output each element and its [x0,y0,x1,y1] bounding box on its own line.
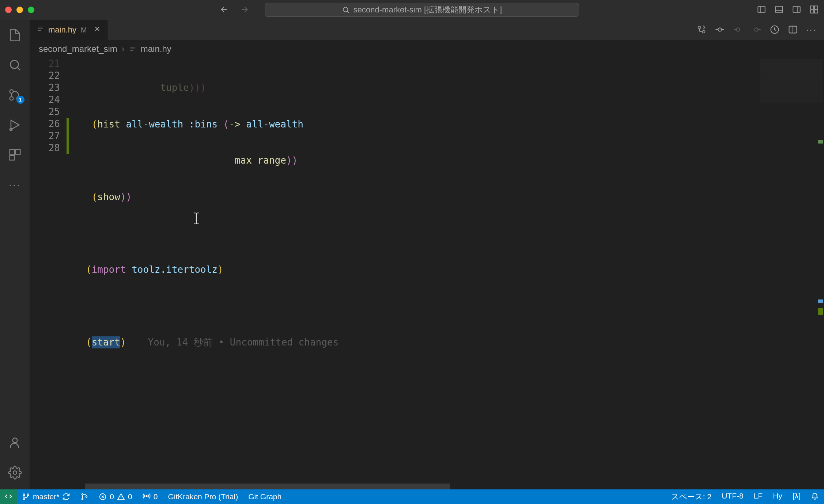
command-center[interactable]: second-market-sim [拡張機能開発ホスト] [265,3,579,17]
search-icon[interactable] [7,57,23,73]
more-icon[interactable]: ··· [7,177,23,193]
remote-indicator[interactable] [0,489,17,504]
source-control-icon[interactable]: 1 [7,87,23,103]
line-number-gutter: 21 22 23 24 25 26 27 28 [30,58,67,489]
svg-point-28 [82,494,83,495]
svg-rect-14 [15,150,20,154]
svg-rect-4 [810,6,814,9]
breadcrumb-file[interactable]: main.hy [141,44,171,54]
text-cursor-icon [124,200,132,213]
eol-status[interactable]: LF [749,492,768,500]
next-change-icon[interactable] [751,24,761,36]
svg-point-25 [23,494,25,496]
svg-point-9 [10,90,13,93]
close-window-button[interactable] [5,7,12,13]
extensions-icon[interactable] [7,147,23,163]
git-branch-icon [22,493,30,501]
calva-status[interactable]: [λ] [787,492,806,500]
tabs-row: main.hy M ··· [30,20,824,40]
warning-icon [117,493,125,501]
sync-icon[interactable] [62,493,70,501]
code-editor[interactable]: 21 22 23 24 25 26 27 28 tuple))) [30,58,824,489]
breadcrumb-folder[interactable]: second_market_sim [39,44,117,54]
svg-point-22 [755,28,758,31]
svg-point-20 [718,28,721,31]
svg-point-18 [698,26,701,28]
git-branch-status[interactable]: master* [17,489,75,504]
layout-secondary-sidebar-icon[interactable] [792,5,801,15]
svg-point-27 [23,498,25,500]
scm-badge: 1 [16,96,24,104]
gitkraken-status[interactable]: GitKraken Pro (Trial) [163,489,243,504]
minimize-window-button[interactable] [16,7,23,13]
chevron-right-icon: › [122,44,125,54]
account-icon[interactable] [7,435,23,451]
tab-filename: main.hy [48,25,76,35]
title-bar: second-market-sim [拡張機能開発ホスト] [0,0,824,20]
language-mode-status[interactable]: Hy [768,492,787,500]
breadcrumbs[interactable]: second_market_sim › main.hy [30,40,824,58]
status-bar: master* 0 0 0 GitKraken Pro (Trial) Git … [0,489,824,504]
svg-rect-5 [814,6,818,9]
maximize-window-button[interactable] [28,7,34,13]
git-graph-icon[interactable] [75,489,94,504]
settings-gear-icon[interactable] [7,465,23,481]
svg-rect-7 [814,10,818,13]
error-icon [99,493,107,501]
svg-rect-2 [775,6,783,12]
layout-panel-icon[interactable] [774,5,784,15]
notifications-icon[interactable] [806,492,824,500]
git-graph-status[interactable]: Git Graph [243,489,287,504]
horizontal-scrollbar[interactable] [85,484,692,489]
svg-point-26 [27,494,29,496]
git-commit-icon[interactable] [715,24,725,36]
customize-layout-icon[interactable] [809,5,819,15]
timeline-icon[interactable] [770,24,780,36]
svg-rect-13 [10,150,14,154]
svg-point-16 [12,438,17,443]
activity-bar: 1 ··· [0,20,30,489]
more-actions-icon[interactable]: ··· [806,24,817,36]
tab-close-icon[interactable] [94,25,101,35]
nav-forward-button[interactable] [240,5,249,15]
command-center-text: second-market-sim [拡張機能開発ホスト] [354,4,502,15]
minimap[interactable] [758,58,824,489]
encoding-status[interactable]: UTF-8 [717,492,749,500]
explorer-icon[interactable] [7,27,23,43]
svg-rect-3 [793,6,800,12]
svg-point-21 [736,28,740,31]
branch-name: master* [33,492,59,501]
split-editor-icon[interactable] [788,24,798,36]
svg-rect-6 [810,10,814,13]
compare-changes-icon[interactable] [696,24,707,36]
radio-tower-icon [143,493,151,501]
svg-point-0 [343,7,348,12]
svg-point-11 [10,97,13,100]
svg-rect-1 [758,6,765,12]
svg-point-19 [702,30,705,33]
run-debug-icon[interactable] [7,117,23,133]
layout-primary-sidebar-icon[interactable] [757,5,766,15]
prev-change-icon[interactable] [733,24,743,36]
ports-status[interactable]: 0 [137,489,163,504]
svg-point-29 [82,499,83,500]
indentation-status[interactable]: スペース: 2 [666,492,717,502]
window-controls [5,7,34,13]
svg-point-17 [13,471,17,474]
tab-main-hy[interactable]: main.hy M [30,20,108,40]
svg-rect-15 [10,156,14,160]
git-blame-annotation: You, 14 秒前 • Uncommitted changes [148,336,339,348]
overview-ruler[interactable] [817,58,824,489]
svg-point-8 [10,60,18,68]
code-content[interactable]: tuple))) (hist all-wealth :bins (-> all-… [69,58,758,489]
svg-point-32 [146,495,147,497]
search-icon [342,6,350,14]
nav-back-button[interactable] [219,5,229,15]
file-icon [37,25,44,35]
tab-modified-indicator: M [81,26,87,34]
problems-status[interactable]: 0 0 [94,489,137,504]
file-icon [129,45,136,53]
